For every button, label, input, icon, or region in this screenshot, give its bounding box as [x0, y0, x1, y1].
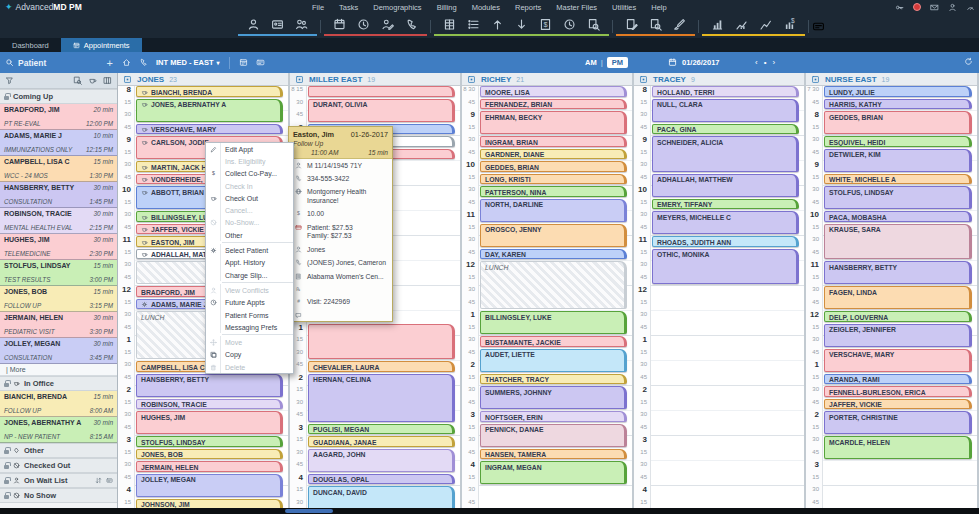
menu-item-copy[interactable]: Copy — [206, 349, 293, 361]
patient-card[interactable]: BRADFORD, JIM20 minPT RE-EVAL12:00 PM — [0, 104, 117, 130]
appointment-block[interactable]: HOLLAND, TERRI — [652, 86, 799, 97]
appointment-block[interactable]: KRAUSE, SARA — [824, 224, 972, 260]
chartsm-icon[interactable] — [735, 18, 748, 31]
appointment-block[interactable]: PENNICK, DANAE — [480, 424, 627, 447]
appointment-block[interactable]: JOLLEY, MEGAN — [136, 474, 283, 497]
patient-card[interactable]: HANSBERRY, BETTY30 minCONSULTATION1:45 P… — [0, 182, 117, 208]
menu-item-other[interactable]: Other — [206, 229, 293, 241]
column-header[interactable]: JONES23 — [118, 73, 288, 86]
tab-appointments[interactable]: Appointments — [61, 38, 142, 52]
appointment-block[interactable] — [308, 86, 455, 97]
appointment-block[interactable]: HERNAN, CELINA — [308, 374, 455, 422]
appointment-block[interactable]: DELP, LOUVERNA — [824, 311, 972, 322]
patient-card[interactable]: CAMPBELL, LISA C15 minWCC - 24 MOS1:30 P… — [0, 156, 117, 182]
appointment-block[interactable]: STOLFUS, LINDSAY — [136, 436, 283, 447]
sidebar-group-checked-out[interactable]: Checked Out — [0, 458, 117, 473]
columns-view-icon[interactable] — [103, 76, 112, 85]
chartdollar-icon[interactable] — [783, 18, 796, 31]
brush-icon[interactable] — [673, 18, 686, 31]
appointment-block[interactable]: DOUGLAS, OPAL — [308, 474, 455, 485]
appointment-block[interactable]: INGRAM, BRIAN — [480, 136, 627, 147]
person-icon[interactable] — [247, 18, 260, 31]
appointment-block[interactable]: HUGHES, JIM — [136, 411, 283, 434]
appointment-block[interactable]: LONG, KRISTI — [480, 174, 627, 185]
menu-item-messaging-prefs[interactable]: Messaging Prefs — [206, 321, 293, 333]
blocked-time-slot[interactable]: LUNCH — [480, 261, 627, 309]
list-icon[interactable] — [467, 18, 480, 31]
appointment-block[interactable]: GEDDES, BRIAN — [480, 161, 627, 172]
menu-help[interactable]: Help — [651, 3, 666, 12]
appointment-block[interactable]: JONES, BOB — [136, 449, 283, 460]
column-header[interactable]: RICHEY21 — [462, 73, 632, 86]
arrowdown-icon[interactable] — [515, 18, 528, 31]
tab-dashboard[interactable]: Dashboard — [0, 38, 61, 52]
find-appointment-icon[interactable] — [73, 76, 82, 85]
appointment-block[interactable]: INGRAM, MEGAN — [480, 461, 627, 484]
appointment-block[interactable]: STOLFUS, LINDSAY — [824, 186, 972, 209]
sort-icon[interactable] — [95, 477, 102, 484]
checkin-cup-icon[interactable] — [88, 76, 97, 85]
appointment-block[interactable]: LUNDY, JULIE — [824, 86, 972, 97]
pm-toggle[interactable]: PM — [607, 57, 628, 68]
sidebar-group-in-office[interactable]: In Office — [0, 376, 117, 391]
appointment-block[interactable]: HANSEN, TAMERA — [480, 449, 627, 460]
menu-item-appt-history[interactable]: Appt. History — [206, 257, 293, 269]
appointment-block[interactable]: HANSBERRY, BETTY — [136, 374, 283, 397]
appointment-block[interactable]: AAGARD, JOHN — [308, 449, 455, 472]
menu-file[interactable]: File — [312, 3, 324, 12]
today-button[interactable]: • — [764, 58, 767, 67]
appointment-block[interactable]: EMERY, TIFFANY — [652, 199, 799, 210]
day-view-button[interactable] — [235, 58, 252, 67]
appointment-block[interactable]: JERMAIN, HELEN — [136, 461, 283, 472]
menu-item-charge-slip[interactable]: Charge Slip... — [206, 269, 293, 281]
appointment-block[interactable]: NULL, CLARA — [652, 99, 799, 122]
sidebar-group-coming-up[interactable]: Coming Up — [0, 89, 117, 104]
appointment-block[interactable]: JONES, ABERNATHY A — [136, 99, 283, 122]
envelope-icon[interactable] — [930, 3, 939, 12]
more-link[interactable]: | More — [0, 364, 117, 376]
appointment-block[interactable]: GARDNER, DIANE — [480, 149, 627, 160]
home-button[interactable] — [118, 58, 135, 67]
appointment-block[interactable]: DURANT, OLIVIA — [308, 99, 455, 122]
appointment-block[interactable]: JAFFER, VICKIE — [824, 399, 972, 410]
am-toggle[interactable]: AM — [585, 58, 597, 67]
calendar-icon[interactable] — [333, 18, 346, 31]
appointment-block[interactable]: NOFTSGER, ERIN — [480, 411, 627, 422]
appointment-block[interactable]: DAY, KAREN — [480, 249, 627, 260]
sidebar-group-no-show[interactable]: No Show — [0, 488, 117, 503]
appointment-block[interactable]: PACA, MOBASHA — [824, 211, 972, 222]
notification-badge[interactable] — [913, 3, 921, 11]
appointment-block[interactable]: ROBINSON, TRACIE — [136, 399, 283, 410]
patient-card[interactable]: JOLLEY, MEGAN30 minCONSULTATION3:45 PM — [0, 338, 117, 364]
appointment-block[interactable]: BUSTAMANTE, JACKIE — [480, 336, 627, 347]
idcard-icon[interactable] — [271, 18, 284, 31]
patient-card[interactable]: ROBINSON, TRACIE30 minMENTAL HEALTH EVAL… — [0, 208, 117, 234]
column-header[interactable]: TRACEY9 — [634, 73, 804, 86]
menu-item-future-appts[interactable]: Future Appts — [206, 297, 293, 309]
appointment-block[interactable]: DUNCAN, DAVID — [308, 486, 455, 508]
msgcard-icon[interactable] — [812, 20, 825, 33]
appointment-block[interactable]: FENNELL-BURLESON, ERICA — [824, 386, 972, 397]
refresh-button[interactable] — [964, 57, 973, 68]
arrowup-icon[interactable] — [491, 18, 504, 31]
filter-funnel-icon[interactable] — [5, 76, 14, 85]
docpencil-icon[interactable] — [625, 18, 638, 31]
appointment-block[interactable] — [308, 324, 455, 360]
patient-card[interactable]: BIANCHI, BRENDA15 minFOLLOW UP8:00 AM — [0, 391, 117, 417]
appointment-block[interactable]: WHITE, MICHELLE A — [824, 174, 972, 185]
appointment-block[interactable]: MOORE, LISA — [480, 86, 627, 97]
menu-item-select-patient[interactable]: Select Patient — [206, 244, 293, 256]
menu-item-check-out[interactable]: Check Out — [206, 192, 293, 204]
phone-icon[interactable] — [405, 18, 418, 31]
appointment-block[interactable]: CHEVALIER, LAURA — [308, 361, 455, 372]
person-icon[interactable] — [948, 3, 957, 12]
appointment-block[interactable]: ZEIGLER, JENNIFER — [824, 324, 972, 347]
add-patient-button[interactable]: + — [107, 57, 113, 69]
menu-demographics[interactable]: Demographics — [373, 3, 421, 12]
appointment-block[interactable]: OTHIC, MONIKA — [652, 249, 799, 285]
am-pm-toggle[interactable]: AM|PM — [585, 57, 628, 68]
scrollbar-thumb[interactable] — [285, 509, 333, 513]
facility-selector[interactable]: INT MED - EAST▾ — [152, 58, 224, 67]
column-header[interactable]: MILLER EAST19 — [290, 73, 460, 86]
patient-search[interactable]: Patient + — [0, 57, 118, 69]
